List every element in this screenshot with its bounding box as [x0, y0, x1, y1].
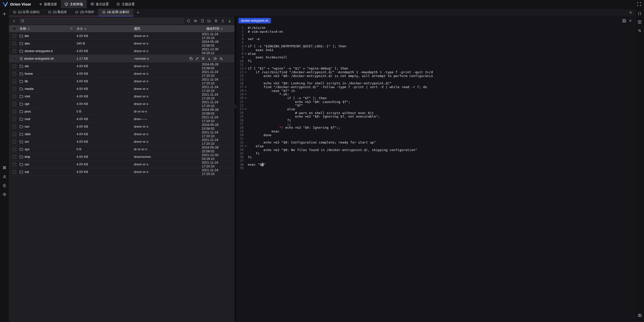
- edit-icon[interactable]: [195, 57, 199, 60]
- new-folder-icon[interactable]: [206, 18, 212, 24]
- file-name[interactable]: dev: [25, 42, 30, 45]
- table-row[interactable]: mnt 4.00 KB drwxr-xr-x 2021-11-24 17:20:…: [9, 93, 234, 100]
- file-name[interactable]: docker-entrypoint.sh: [24, 57, 54, 60]
- editor-file-tab[interactable]: docker-entrypoint.sh: [238, 18, 271, 23]
- file-name[interactable]: run: [25, 125, 29, 128]
- session-tab-4[interactable]: (4) 应用-分析02: [98, 9, 133, 16]
- file-name[interactable]: var: [25, 170, 29, 174]
- fold-chevron-icon[interactable]: [244, 86, 248, 88]
- sort-size-icon[interactable]: [85, 28, 87, 30]
- row-checkbox[interactable]: [13, 140, 16, 144]
- file-name[interactable]: tmp: [25, 155, 30, 159]
- menu-item-display-settings[interactable]: 显示设置: [87, 0, 113, 8]
- filter-funnel-icon[interactable]: [70, 27, 73, 30]
- menu-item-host-terminal[interactable]: 主机终端: [61, 0, 87, 8]
- row-checkbox[interactable]: [13, 57, 16, 60]
- file-name[interactable]: bin: [25, 34, 29, 38]
- table-row[interactable]: dev 340 B drwxr-xr-x 2024-05-28 23:58:02: [9, 40, 234, 47]
- file-name[interactable]: opt: [25, 102, 29, 106]
- sort-mtime-icon[interactable]: [221, 28, 223, 30]
- copy-icon[interactable]: [189, 57, 193, 60]
- row-checkbox[interactable]: [13, 132, 16, 136]
- refresh-icon[interactable]: [186, 18, 192, 24]
- fold-chevron-icon[interactable]: [244, 93, 248, 95]
- file-name[interactable]: root: [25, 117, 30, 121]
- row-checkbox[interactable]: [13, 49, 16, 53]
- sort-name-icon[interactable]: [28, 28, 30, 30]
- fullscreen-icon[interactable]: [637, 2, 641, 6]
- fold-chevron-icon[interactable]: [244, 53, 248, 55]
- table-row[interactable]: media 4.00 KB drwxr-xr-x 2021-11-24 17:2…: [9, 85, 234, 93]
- menu-item-new-connection[interactable]: 新建连接: [35, 0, 61, 8]
- command-icon[interactable]: ⌘: [1, 165, 8, 171]
- menu-item-theme-settings[interactable]: 主题设置: [113, 0, 139, 8]
- file-name[interactable]: etc: [25, 64, 29, 68]
- add-tab-icon[interactable]: [133, 9, 142, 16]
- file-name[interactable]: sbin: [25, 132, 31, 136]
- table-row[interactable]: sys 0 B dr-xr-xr-x 2024-05-28 23:58:02: [9, 146, 234, 153]
- table-row[interactable]: docker-entrypoint.d 4.00 KB drwxr-xr-x 2…: [9, 47, 234, 55]
- table-row[interactable]: var 4.00 KB drwxr-xr-x 2021-11-24 17:20:…: [9, 168, 234, 176]
- fold-chevron-icon[interactable]: [244, 45, 248, 47]
- row-checkbox[interactable]: [13, 72, 16, 76]
- camera-icon[interactable]: [636, 312, 643, 318]
- delete-icon[interactable]: [202, 57, 205, 60]
- snippet-list-icon[interactable]: [636, 19, 643, 25]
- code-editor[interactable]: 1#!/bin/sh2# vim:sw=4:ts=4:et34set -e56i…: [236, 25, 635, 322]
- fold-chevron-icon[interactable]: [244, 90, 248, 92]
- settings-gear-icon[interactable]: [1, 191, 8, 198]
- row-checkbox[interactable]: [13, 80, 16, 83]
- fold-chevron-icon[interactable]: [244, 71, 248, 73]
- file-name[interactable]: media: [25, 87, 33, 91]
- table-row[interactable]: root 4.00 KB drwx------ 2021-11-24 17:20…: [9, 115, 234, 123]
- table-row[interactable]: proc 0 B dr-xr-xr-x 2024-05-28 23:58:02: [9, 108, 234, 115]
- table-row[interactable]: tmp 4.00 KB drwxrwxrwx 2021-12-30 03:29:…: [9, 153, 234, 161]
- user-icon[interactable]: [1, 173, 8, 180]
- trash-icon[interactable]: [213, 18, 219, 24]
- file-name[interactable]: proc: [25, 110, 31, 113]
- table-row[interactable]: lib 4.00 KB drwxr-xr-x 2021-11-24 17:20:…: [9, 78, 234, 85]
- table-row[interactable]: home 4.00 KB drwxr-xr-x 2021-11-24 17:20…: [9, 70, 234, 78]
- eye-icon[interactable]: [192, 18, 198, 24]
- row-checkbox[interactable]: [13, 102, 16, 106]
- file-name[interactable]: docker-entrypoint.d: [25, 49, 53, 53]
- braces-icon[interactable]: {}: [636, 10, 643, 17]
- table-row[interactable]: opt 4.00 KB drwxr-xr-x 2021-11-24 17:20:…: [9, 100, 234, 108]
- table-row[interactable]: usr 4.00 KB drwxr-xr-x 2021-11-24 17:20:…: [9, 161, 234, 168]
- permission-icon[interactable]: [220, 57, 223, 60]
- select-all-checkbox[interactable]: [13, 27, 16, 30]
- file-name[interactable]: mnt: [25, 94, 30, 98]
- row-checkbox[interactable]: [13, 110, 16, 113]
- panel-splitter[interactable]: [234, 17, 236, 322]
- table-row[interactable]: run 4.00 KB drwxr-xr-x 2024-05-28 23:58:…: [9, 123, 234, 130]
- transfer-icon[interactable]: [636, 27, 643, 34]
- save-icon[interactable]: [622, 19, 626, 23]
- close-icon[interactable]: [629, 19, 632, 22]
- row-checkbox[interactable]: [13, 64, 16, 68]
- row-checkbox[interactable]: [13, 125, 16, 128]
- table-row[interactable]: sbin 4.00 KB drwxr-xr-x 2021-11-24 17:20…: [9, 130, 234, 138]
- session-tab-1[interactable]: (1) 应用-分析01: [9, 9, 44, 16]
- table-row[interactable]: docker-entrypoint.sh 1.17 KB -rwxrwxr-x: [9, 55, 234, 62]
- row-checkbox[interactable]: [13, 170, 16, 174]
- table-row[interactable]: bin 4.00 KB drwxr-xr-x 2021-11-24 17:20:…: [9, 32, 234, 40]
- row-checkbox[interactable]: [13, 87, 16, 91]
- table-row[interactable]: srv 4.00 KB drwxr-xr-x 2021-11-24 17:20:…: [9, 138, 234, 146]
- new-tab-plus-icon[interactable]: [1, 11, 8, 17]
- back-icon[interactable]: [11, 18, 17, 24]
- fold-chevron-icon[interactable]: [244, 97, 248, 99]
- row-checkbox[interactable]: [13, 155, 16, 159]
- row-checkbox[interactable]: [13, 163, 16, 166]
- row-checkbox[interactable]: [13, 34, 16, 38]
- path-bookmark-icon[interactable]: [21, 19, 24, 22]
- row-checkbox[interactable]: [13, 95, 16, 98]
- new-file-icon[interactable]: [199, 18, 205, 24]
- file-name[interactable]: sys: [25, 147, 30, 151]
- session-tab-3[interactable]: (3) 中间件: [71, 9, 98, 16]
- move-icon[interactable]: [214, 57, 217, 60]
- file-name[interactable]: srv: [25, 140, 29, 144]
- download-icon[interactable]: [226, 18, 232, 24]
- row-checkbox[interactable]: [13, 148, 16, 151]
- table-row[interactable]: etc 4.00 KB drwxr-xr-x 2024-05-28 23:58:…: [9, 62, 234, 70]
- row-checkbox[interactable]: [13, 117, 16, 121]
